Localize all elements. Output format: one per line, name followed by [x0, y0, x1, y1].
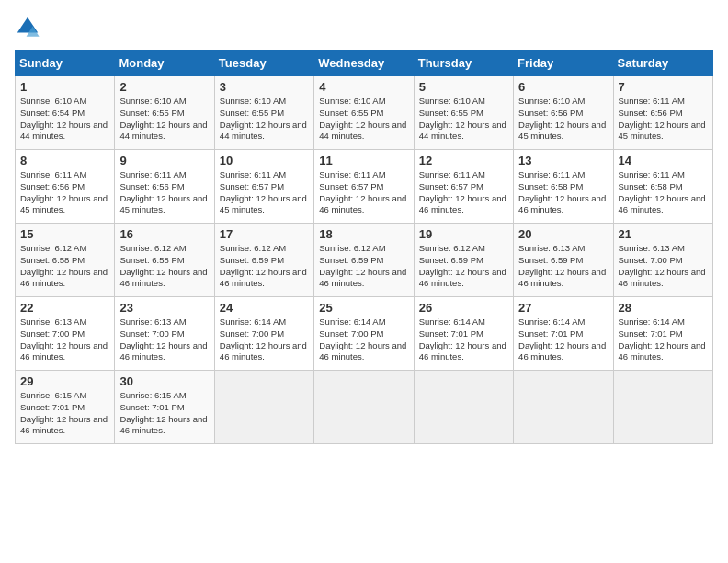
- calendar-cell: 21 Sunrise: 6:13 AM Sunset: 7:00 PM Dayl…: [613, 224, 712, 297]
- day-number: 7: [619, 80, 708, 94]
- day-number: 22: [20, 301, 109, 315]
- calendar-table: Sunday Monday Tuesday Wednesday Thursday…: [15, 50, 713, 444]
- day-info: Sunrise: 6:10 AM Sunset: 6:54 PM Dayligh…: [20, 96, 109, 143]
- day-info: Sunrise: 6:10 AM Sunset: 6:55 PM Dayligh…: [220, 96, 309, 143]
- col-wednesday: Wednesday: [314, 51, 414, 76]
- day-number: 17: [220, 227, 309, 241]
- calendar-cell: 30 Sunrise: 6:15 AM Sunset: 7:01 PM Dayl…: [115, 371, 214, 444]
- day-info: Sunrise: 6:13 AM Sunset: 7:00 PM Dayligh…: [20, 316, 109, 363]
- calendar-cell: 18 Sunrise: 6:12 AM Sunset: 6:59 PM Dayl…: [314, 224, 414, 297]
- col-friday: Friday: [514, 51, 613, 76]
- calendar-cell: 20 Sunrise: 6:13 AM Sunset: 6:59 PM Dayl…: [514, 224, 613, 297]
- day-info: Sunrise: 6:15 AM Sunset: 7:01 PM Dayligh…: [119, 390, 209, 437]
- day-info: Sunrise: 6:12 AM Sunset: 6:59 PM Dayligh…: [220, 243, 309, 290]
- day-info: Sunrise: 6:14 AM Sunset: 7:01 PM Dayligh…: [619, 316, 708, 363]
- day-info: Sunrise: 6:14 AM Sunset: 7:01 PM Dayligh…: [518, 316, 608, 363]
- day-number: 28: [619, 301, 708, 315]
- calendar-cell: 22 Sunrise: 6:13 AM Sunset: 7:00 PM Dayl…: [16, 297, 115, 371]
- calendar-cell: 19 Sunrise: 6:12 AM Sunset: 6:59 PM Dayl…: [414, 224, 513, 297]
- calendar-cell: 5 Sunrise: 6:10 AM Sunset: 6:55 PM Dayli…: [414, 76, 513, 150]
- calendar-cell: [214, 371, 313, 444]
- day-number: 10: [220, 154, 309, 167]
- day-info: Sunrise: 6:12 AM Sunset: 6:59 PM Dayligh…: [319, 243, 408, 290]
- day-info: Sunrise: 6:13 AM Sunset: 7:00 PM Dayligh…: [119, 316, 209, 363]
- day-info: Sunrise: 6:13 AM Sunset: 6:59 PM Dayligh…: [518, 243, 608, 290]
- day-info: Sunrise: 6:10 AM Sunset: 6:56 PM Dayligh…: [518, 96, 608, 143]
- day-info: Sunrise: 6:13 AM Sunset: 7:00 PM Dayligh…: [619, 243, 708, 290]
- day-number: 27: [518, 301, 608, 315]
- page-header: [15, 15, 713, 40]
- day-info: Sunrise: 6:12 AM Sunset: 6:58 PM Dayligh…: [119, 243, 209, 290]
- calendar-cell: 17 Sunrise: 6:12 AM Sunset: 6:59 PM Dayl…: [214, 224, 313, 297]
- day-number: 9: [119, 154, 209, 167]
- day-info: Sunrise: 6:10 AM Sunset: 6:55 PM Dayligh…: [319, 96, 408, 143]
- day-info: Sunrise: 6:14 AM Sunset: 7:00 PM Dayligh…: [220, 316, 309, 363]
- day-number: 29: [20, 374, 109, 388]
- day-number: 8: [20, 154, 109, 167]
- day-info: Sunrise: 6:10 AM Sunset: 6:55 PM Dayligh…: [419, 96, 508, 143]
- day-info: Sunrise: 6:11 AM Sunset: 6:58 PM Dayligh…: [619, 169, 708, 216]
- calendar-cell: 6 Sunrise: 6:10 AM Sunset: 6:56 PM Dayli…: [514, 76, 613, 150]
- day-info: Sunrise: 6:11 AM Sunset: 6:57 PM Dayligh…: [319, 169, 408, 216]
- day-number: 5: [419, 80, 508, 94]
- day-number: 20: [518, 227, 608, 241]
- day-number: 14: [619, 154, 708, 167]
- calendar-cell: 24 Sunrise: 6:14 AM Sunset: 7:00 PM Dayl…: [214, 297, 313, 371]
- calendar-cell: 1 Sunrise: 6:10 AM Sunset: 6:54 PM Dayli…: [16, 76, 115, 150]
- calendar-cell: 27 Sunrise: 6:14 AM Sunset: 7:01 PM Dayl…: [514, 297, 613, 371]
- day-number: 12: [419, 154, 508, 167]
- calendar-cell: 29 Sunrise: 6:15 AM Sunset: 7:01 PM Dayl…: [16, 371, 115, 444]
- calendar-cell: 2 Sunrise: 6:10 AM Sunset: 6:55 PM Dayli…: [115, 76, 214, 150]
- day-info: Sunrise: 6:12 AM Sunset: 6:59 PM Dayligh…: [419, 243, 508, 290]
- calendar-cell: [314, 371, 414, 444]
- day-info: Sunrise: 6:11 AM Sunset: 6:56 PM Dayligh…: [119, 169, 209, 216]
- day-info: Sunrise: 6:15 AM Sunset: 7:01 PM Dayligh…: [20, 390, 109, 437]
- calendar-cell: 14 Sunrise: 6:11 AM Sunset: 6:58 PM Dayl…: [613, 150, 712, 224]
- day-number: 18: [319, 227, 408, 241]
- calendar-cell: 28 Sunrise: 6:14 AM Sunset: 7:01 PM Dayl…: [613, 297, 712, 371]
- calendar-cell: 15 Sunrise: 6:12 AM Sunset: 6:58 PM Dayl…: [16, 224, 115, 297]
- day-number: 21: [619, 227, 708, 241]
- day-number: 25: [319, 301, 408, 315]
- day-info: Sunrise: 6:11 AM Sunset: 6:57 PM Dayligh…: [419, 169, 508, 216]
- calendar-cell: 4 Sunrise: 6:10 AM Sunset: 6:55 PM Dayli…: [314, 76, 414, 150]
- day-info: Sunrise: 6:11 AM Sunset: 6:56 PM Dayligh…: [619, 96, 708, 143]
- day-number: 3: [220, 80, 309, 94]
- day-number: 24: [220, 301, 309, 315]
- day-info: Sunrise: 6:11 AM Sunset: 6:57 PM Dayligh…: [220, 169, 309, 216]
- calendar-cell: 7 Sunrise: 6:11 AM Sunset: 6:56 PM Dayli…: [613, 76, 712, 150]
- day-number: 30: [119, 374, 209, 388]
- calendar-cell: 10 Sunrise: 6:11 AM Sunset: 6:57 PM Dayl…: [214, 150, 313, 224]
- calendar-cell: 26 Sunrise: 6:14 AM Sunset: 7:01 PM Dayl…: [414, 297, 513, 371]
- col-saturday: Saturday: [613, 51, 712, 76]
- calendar-cell: 12 Sunrise: 6:11 AM Sunset: 6:57 PM Dayl…: [414, 150, 513, 224]
- calendar-week-row: 22 Sunrise: 6:13 AM Sunset: 7:00 PM Dayl…: [16, 297, 713, 371]
- day-number: 6: [518, 80, 608, 94]
- day-number: 19: [419, 227, 508, 241]
- day-number: 4: [319, 80, 408, 94]
- calendar-week-row: 8 Sunrise: 6:11 AM Sunset: 6:56 PM Dayli…: [16, 150, 713, 224]
- col-monday: Monday: [115, 51, 214, 76]
- calendar-cell: 13 Sunrise: 6:11 AM Sunset: 6:58 PM Dayl…: [514, 150, 613, 224]
- day-number: 15: [20, 227, 109, 241]
- calendar-week-row: 1 Sunrise: 6:10 AM Sunset: 6:54 PM Dayli…: [16, 76, 713, 150]
- calendar-cell: 3 Sunrise: 6:10 AM Sunset: 6:55 PM Dayli…: [214, 76, 313, 150]
- calendar-cell: 25 Sunrise: 6:14 AM Sunset: 7:00 PM Dayl…: [314, 297, 414, 371]
- calendar-cell: [414, 371, 513, 444]
- calendar-cell: 16 Sunrise: 6:12 AM Sunset: 6:58 PM Dayl…: [115, 224, 214, 297]
- day-number: 26: [419, 301, 508, 315]
- day-info: Sunrise: 6:12 AM Sunset: 6:58 PM Dayligh…: [20, 243, 109, 290]
- calendar-cell: 11 Sunrise: 6:11 AM Sunset: 6:57 PM Dayl…: [314, 150, 414, 224]
- day-info: Sunrise: 6:10 AM Sunset: 6:55 PM Dayligh…: [119, 96, 209, 143]
- logo: [15, 15, 44, 40]
- day-number: 23: [119, 301, 209, 315]
- day-number: 1: [20, 80, 109, 94]
- day-number: 11: [319, 154, 408, 167]
- day-info: Sunrise: 6:11 AM Sunset: 6:58 PM Dayligh…: [518, 169, 608, 216]
- col-tuesday: Tuesday: [214, 51, 313, 76]
- day-info: Sunrise: 6:14 AM Sunset: 7:00 PM Dayligh…: [319, 316, 408, 363]
- calendar-cell: [613, 371, 712, 444]
- calendar-header-row: Sunday Monday Tuesday Wednesday Thursday…: [16, 51, 713, 76]
- day-number: 2: [119, 80, 209, 94]
- col-thursday: Thursday: [414, 51, 513, 76]
